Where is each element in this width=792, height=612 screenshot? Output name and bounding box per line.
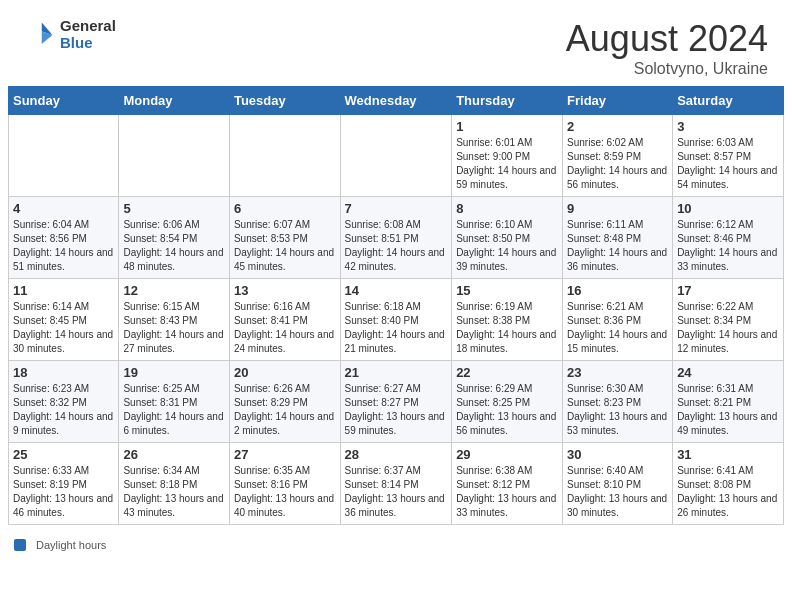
- sunrise-text: Sunrise: 6:10 AM: [456, 219, 532, 230]
- header-monday: Monday: [119, 87, 230, 115]
- sunrise-text: Sunrise: 6:06 AM: [123, 219, 199, 230]
- sunset-text: Sunset: 8:29 PM: [234, 397, 308, 408]
- daylight-text: Daylight: 14 hours and 33 minutes.: [677, 247, 777, 272]
- day-number: 25: [13, 447, 114, 462]
- daylight-text: Daylight: 13 hours and 53 minutes.: [567, 411, 667, 436]
- day-number: 28: [345, 447, 448, 462]
- logo-general: General: [60, 18, 116, 35]
- day-info: Sunrise: 6:04 AM Sunset: 8:56 PM Dayligh…: [13, 218, 114, 274]
- header-friday: Friday: [563, 87, 673, 115]
- day-cell: 1 Sunrise: 6:01 AM Sunset: 9:00 PM Dayli…: [452, 115, 563, 197]
- sunrise-text: Sunrise: 6:22 AM: [677, 301, 753, 312]
- sunset-text: Sunset: 8:40 PM: [345, 315, 419, 326]
- daylight-text: Daylight: 14 hours and 45 minutes.: [234, 247, 334, 272]
- day-number: 1: [456, 119, 558, 134]
- sunset-text: Sunset: 8:41 PM: [234, 315, 308, 326]
- day-info: Sunrise: 6:14 AM Sunset: 8:45 PM Dayligh…: [13, 300, 114, 356]
- day-info: Sunrise: 6:26 AM Sunset: 8:29 PM Dayligh…: [234, 382, 336, 438]
- day-cell: [9, 115, 119, 197]
- day-info: Sunrise: 6:33 AM Sunset: 8:19 PM Dayligh…: [13, 464, 114, 520]
- calendar-table: Sunday Monday Tuesday Wednesday Thursday…: [8, 86, 784, 525]
- daylight-text: Daylight: 13 hours and 59 minutes.: [345, 411, 445, 436]
- logo-icon: [24, 19, 56, 51]
- day-cell: 3 Sunrise: 6:03 AM Sunset: 8:57 PM Dayli…: [673, 115, 784, 197]
- day-cell: 21 Sunrise: 6:27 AM Sunset: 8:27 PM Dayl…: [340, 361, 452, 443]
- day-info: Sunrise: 6:21 AM Sunset: 8:36 PM Dayligh…: [567, 300, 668, 356]
- day-cell: 30 Sunrise: 6:40 AM Sunset: 8:10 PM Dayl…: [563, 443, 673, 525]
- sunset-text: Sunset: 8:51 PM: [345, 233, 419, 244]
- daylight-text: Daylight: 14 hours and 18 minutes.: [456, 329, 556, 354]
- day-cell: [340, 115, 452, 197]
- sunrise-text: Sunrise: 6:11 AM: [567, 219, 643, 230]
- day-info: Sunrise: 6:40 AM Sunset: 8:10 PM Dayligh…: [567, 464, 668, 520]
- day-info: Sunrise: 6:31 AM Sunset: 8:21 PM Dayligh…: [677, 382, 779, 438]
- day-number: 4: [13, 201, 114, 216]
- week-row-1: 4 Sunrise: 6:04 AM Sunset: 8:56 PM Dayli…: [9, 197, 784, 279]
- sunrise-text: Sunrise: 6:08 AM: [345, 219, 421, 230]
- sunset-text: Sunset: 8:31 PM: [123, 397, 197, 408]
- day-number: 5: [123, 201, 225, 216]
- day-info: Sunrise: 6:07 AM Sunset: 8:53 PM Dayligh…: [234, 218, 336, 274]
- day-info: Sunrise: 6:35 AM Sunset: 8:16 PM Dayligh…: [234, 464, 336, 520]
- daylight-text: Daylight: 14 hours and 36 minutes.: [567, 247, 667, 272]
- daylight-text: Daylight: 14 hours and 24 minutes.: [234, 329, 334, 354]
- day-info: Sunrise: 6:11 AM Sunset: 8:48 PM Dayligh…: [567, 218, 668, 274]
- sunset-text: Sunset: 8:57 PM: [677, 151, 751, 162]
- day-info: Sunrise: 6:25 AM Sunset: 8:31 PM Dayligh…: [123, 382, 225, 438]
- sunset-text: Sunset: 8:21 PM: [677, 397, 751, 408]
- day-cell: 7 Sunrise: 6:08 AM Sunset: 8:51 PM Dayli…: [340, 197, 452, 279]
- sunset-text: Sunset: 8:34 PM: [677, 315, 751, 326]
- day-number: 10: [677, 201, 779, 216]
- sunset-text: Sunset: 8:12 PM: [456, 479, 530, 490]
- sunrise-text: Sunrise: 6:12 AM: [677, 219, 753, 230]
- day-cell: 9 Sunrise: 6:11 AM Sunset: 8:48 PM Dayli…: [563, 197, 673, 279]
- day-cell: 12 Sunrise: 6:15 AM Sunset: 8:43 PM Dayl…: [119, 279, 230, 361]
- day-cell: 14 Sunrise: 6:18 AM Sunset: 8:40 PM Dayl…: [340, 279, 452, 361]
- sunset-text: Sunset: 8:59 PM: [567, 151, 641, 162]
- day-info: Sunrise: 6:12 AM Sunset: 8:46 PM Dayligh…: [677, 218, 779, 274]
- day-number: 31: [677, 447, 779, 462]
- daylight-text: Daylight: 14 hours and 2 minutes.: [234, 411, 334, 436]
- day-cell: 20 Sunrise: 6:26 AM Sunset: 8:29 PM Dayl…: [229, 361, 340, 443]
- day-number: 26: [123, 447, 225, 462]
- daylight-text: Daylight: 13 hours and 43 minutes.: [123, 493, 223, 518]
- day-cell: 25 Sunrise: 6:33 AM Sunset: 8:19 PM Dayl…: [9, 443, 119, 525]
- sunset-text: Sunset: 8:56 PM: [13, 233, 87, 244]
- sunrise-text: Sunrise: 6:38 AM: [456, 465, 532, 476]
- daylight-text: Daylight: 14 hours and 27 minutes.: [123, 329, 223, 354]
- logo: General Blue: [24, 18, 116, 51]
- logo-blue: Blue: [60, 35, 116, 52]
- day-cell: 31 Sunrise: 6:41 AM Sunset: 8:08 PM Dayl…: [673, 443, 784, 525]
- day-number: 2: [567, 119, 668, 134]
- sunset-text: Sunset: 8:27 PM: [345, 397, 419, 408]
- daylight-text: Daylight: 14 hours and 59 minutes.: [456, 165, 556, 190]
- sunset-text: Sunset: 8:53 PM: [234, 233, 308, 244]
- sunrise-text: Sunrise: 6:04 AM: [13, 219, 89, 230]
- sunrise-text: Sunrise: 6:27 AM: [345, 383, 421, 394]
- day-info: Sunrise: 6:16 AM Sunset: 8:41 PM Dayligh…: [234, 300, 336, 356]
- sunset-text: Sunset: 8:45 PM: [13, 315, 87, 326]
- day-number: 7: [345, 201, 448, 216]
- day-cell: 19 Sunrise: 6:25 AM Sunset: 8:31 PM Dayl…: [119, 361, 230, 443]
- day-number: 9: [567, 201, 668, 216]
- daylight-text: Daylight: 13 hours and 33 minutes.: [456, 493, 556, 518]
- day-number: 18: [13, 365, 114, 380]
- day-cell: 29 Sunrise: 6:38 AM Sunset: 8:12 PM Dayl…: [452, 443, 563, 525]
- day-cell: 16 Sunrise: 6:21 AM Sunset: 8:36 PM Dayl…: [563, 279, 673, 361]
- daylight-text: Daylight: 13 hours and 56 minutes.: [456, 411, 556, 436]
- sunrise-text: Sunrise: 6:25 AM: [123, 383, 199, 394]
- day-cell: 10 Sunrise: 6:12 AM Sunset: 8:46 PM Dayl…: [673, 197, 784, 279]
- sunset-text: Sunset: 9:00 PM: [456, 151, 530, 162]
- header-tuesday: Tuesday: [229, 87, 340, 115]
- day-info: Sunrise: 6:19 AM Sunset: 8:38 PM Dayligh…: [456, 300, 558, 356]
- sunrise-text: Sunrise: 6:30 AM: [567, 383, 643, 394]
- day-cell: [119, 115, 230, 197]
- daylight-text: Daylight: 14 hours and 15 minutes.: [567, 329, 667, 354]
- day-number: 6: [234, 201, 336, 216]
- day-number: 16: [567, 283, 668, 298]
- sunrise-text: Sunrise: 6:02 AM: [567, 137, 643, 148]
- calendar-wrapper: Sunday Monday Tuesday Wednesday Thursday…: [0, 86, 792, 533]
- day-cell: 24 Sunrise: 6:31 AM Sunset: 8:21 PM Dayl…: [673, 361, 784, 443]
- sunset-text: Sunset: 8:08 PM: [677, 479, 751, 490]
- daylight-text: Daylight: 13 hours and 30 minutes.: [567, 493, 667, 518]
